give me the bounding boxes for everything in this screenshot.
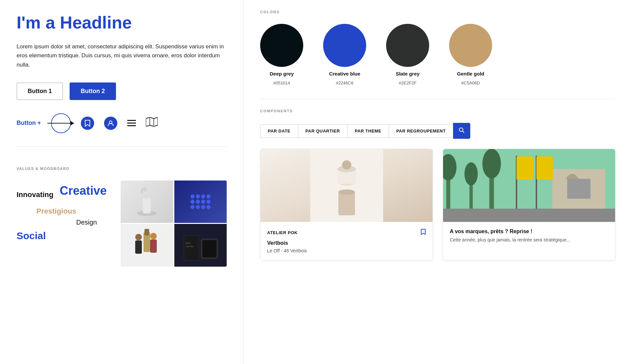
card-title-2: A vos marques, prêts ? Reprise !	[450, 229, 608, 234]
colors-label: COLORS	[260, 10, 615, 14]
color-circle-creative-blue	[323, 24, 366, 67]
card-atelier-pok: ATELIER POK Vertbois Le Off - 46 Vertboi…	[260, 149, 433, 260]
card-tag-1: ATELIER POK	[267, 229, 426, 237]
card-image-lamp	[260, 149, 432, 222]
body-text: Lorem ipsum dolor sit amet, consectetur …	[17, 42, 227, 69]
val-innovating: Innovating	[17, 190, 53, 199]
values-section: VALUES & MOODBOARD Innovating Creative P…	[17, 163, 227, 267]
color-item-creative-blue: Creative blue #2246C6	[323, 24, 366, 85]
svg-point-33	[483, 149, 501, 179]
card-body-2: A vos marques, prêts ? Reprise ! Cette a…	[443, 222, 615, 250]
svg-marker-1	[146, 117, 158, 127]
svg-point-11	[150, 233, 157, 239]
svg-rect-8	[144, 229, 149, 235]
button-1[interactable]: Button 1	[17, 82, 63, 100]
card-image-paris	[443, 149, 615, 222]
values-label: VALUES & MOODBOARD	[17, 167, 227, 171]
cards-row: ATELIER POK Vertbois Le Off - 46 Vertboi…	[260, 149, 615, 260]
card-tag-text: ATELIER POK	[267, 230, 298, 235]
filter-par-date[interactable]: PAR DATE	[260, 124, 298, 138]
val-social: Social	[17, 230, 46, 241]
colors-row: Deep grey #051014 Creative blue #2246C6 …	[260, 24, 615, 85]
main-headline: I'm a Headline	[17, 13, 227, 32]
arrow-circle[interactable]	[51, 113, 71, 133]
values-text: Innovating Creative Prestigious Design S…	[17, 181, 114, 267]
svg-rect-13	[184, 235, 199, 260]
color-hex-deep-grey: #051014	[273, 80, 290, 85]
svg-rect-12	[150, 239, 157, 253]
svg-rect-10	[135, 240, 142, 254]
color-hex-creative-blue: #2246C6	[336, 80, 354, 85]
card-subtitle-1: Le Off - 46 Vertbois	[267, 248, 426, 253]
color-name-creative-blue: Creative blue	[329, 71, 360, 77]
color-item-deep-grey: Deep grey #051014	[260, 24, 303, 85]
card-body-1: ATELIER POK Vertbois Le Off - 46 Vertboi…	[260, 222, 432, 260]
val-creative: Creative	[60, 184, 107, 198]
filter-par-regroupement[interactable]: PAR REGROUPEMENT	[389, 124, 453, 138]
moodboard-cell-4: BLEU CHANEL	[174, 224, 227, 267]
svg-point-6	[143, 195, 151, 199]
moodboard-cell-3	[121, 224, 173, 267]
svg-rect-5	[143, 197, 151, 213]
color-hex-gentle-gold: #C5A06D	[461, 80, 480, 85]
svg-point-22	[338, 189, 355, 195]
user-circle-icon[interactable]	[104, 117, 117, 130]
val-prestigious: Prestigious	[36, 207, 76, 216]
svg-line-19	[462, 131, 464, 133]
search-button[interactable]	[453, 123, 470, 139]
color-name-gentle-gold: Gentle gold	[457, 71, 485, 77]
arrow-right-icon	[47, 121, 74, 126]
color-circle-deep-grey	[260, 24, 303, 67]
color-circle-gentle-gold	[449, 24, 492, 67]
svg-text:BLEU: BLEU	[186, 242, 191, 244]
divider	[260, 99, 615, 99]
svg-rect-42	[537, 156, 553, 180]
map-icon[interactable]	[146, 117, 158, 129]
bookmark-circle-icon[interactable]	[81, 117, 94, 130]
components-section: COMPONENTS PAR DATE PAR QUARTIER PAR THE…	[260, 109, 615, 260]
icon-row: Button +	[17, 113, 227, 147]
svg-rect-41	[517, 156, 533, 180]
hamburger-icon[interactable]	[127, 120, 136, 126]
bookmark-icon[interactable]	[421, 229, 426, 237]
svg-text:CHANEL: CHANEL	[186, 245, 194, 247]
button-link[interactable]: Button +	[17, 120, 41, 127]
color-name-deep-grey: Deep grey	[270, 71, 294, 77]
filter-par-quartier[interactable]: PAR QUARTIER	[298, 124, 347, 138]
svg-rect-37	[567, 179, 591, 199]
color-circle-slate-grey	[386, 24, 429, 67]
card-desc-2: Cette année, plus que jamais, la rentrée…	[450, 236, 608, 243]
svg-point-31	[465, 162, 478, 185]
card-reprise: A vos marques, prêts ? Reprise ! Cette a…	[443, 149, 615, 260]
color-name-slate-grey: Slate grey	[396, 71, 420, 77]
val-design: Design	[76, 219, 97, 226]
components-label: COMPONENTS	[260, 109, 615, 113]
svg-point-9	[135, 234, 142, 240]
svg-point-0	[109, 121, 112, 124]
color-item-slate-grey: Slate grey #2E2F2F	[386, 24, 429, 85]
svg-rect-38	[443, 209, 615, 222]
arrow-circle-group	[51, 113, 71, 133]
svg-rect-17	[202, 240, 216, 257]
moodboard-cell-1	[121, 181, 173, 223]
moodboard-cell-2	[174, 181, 227, 223]
svg-point-26	[342, 160, 351, 170]
color-item-gentle-gold: Gentle gold #C5A06D	[449, 24, 492, 85]
filter-par-theme[interactable]: PAR THEME	[347, 124, 389, 138]
color-hex-slate-grey: #2E2F2F	[399, 80, 416, 85]
filter-bar: PAR DATE PAR QUARTIER PAR THEME PAR REGR…	[260, 123, 615, 139]
svg-rect-21	[338, 192, 355, 215]
colors-section: COLORS Deep grey #051014 Creative blue #…	[260, 10, 615, 85]
moodboard: BLEU CHANEL	[121, 181, 227, 267]
values-grid: Innovating Creative Prestigious Design S…	[17, 181, 227, 267]
left-panel: I'm a Headline Lorem ipsum dolor sit ame…	[0, 0, 244, 364]
card-title-1: Vertbois	[267, 240, 426, 246]
buttons-row: Button 1 Button 2	[17, 82, 227, 100]
right-panel: COLORS Deep grey #051014 Creative blue #…	[244, 0, 632, 364]
button-2[interactable]: Button 2	[70, 82, 116, 100]
